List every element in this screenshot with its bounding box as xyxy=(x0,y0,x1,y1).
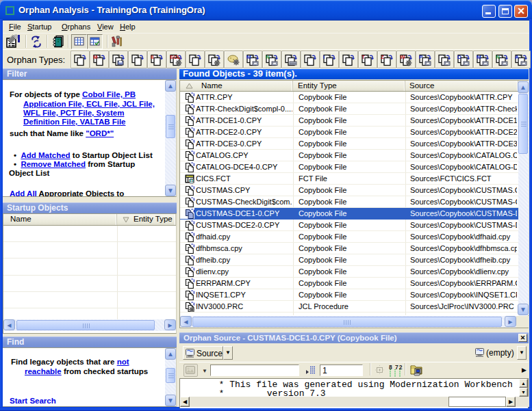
svg-text:I: I xyxy=(323,54,325,60)
svg-text:A: A xyxy=(515,54,519,60)
svg-text:ECL: ECL xyxy=(170,54,181,60)
svg-text:P: P xyxy=(419,54,423,60)
svg-text:N: N xyxy=(496,54,500,60)
svg-text:M: M xyxy=(93,54,98,60)
svg-text:M: M xyxy=(246,54,251,60)
svg-text:D: D xyxy=(457,54,461,60)
svg-text:Z: Z xyxy=(381,54,384,60)
svg-text:II: II xyxy=(151,54,153,60)
svg-text:T: T xyxy=(362,54,365,60)
svg-text:N: N xyxy=(266,54,270,60)
svg-text:M: M xyxy=(477,54,481,60)
svg-text:W: W xyxy=(400,54,405,60)
